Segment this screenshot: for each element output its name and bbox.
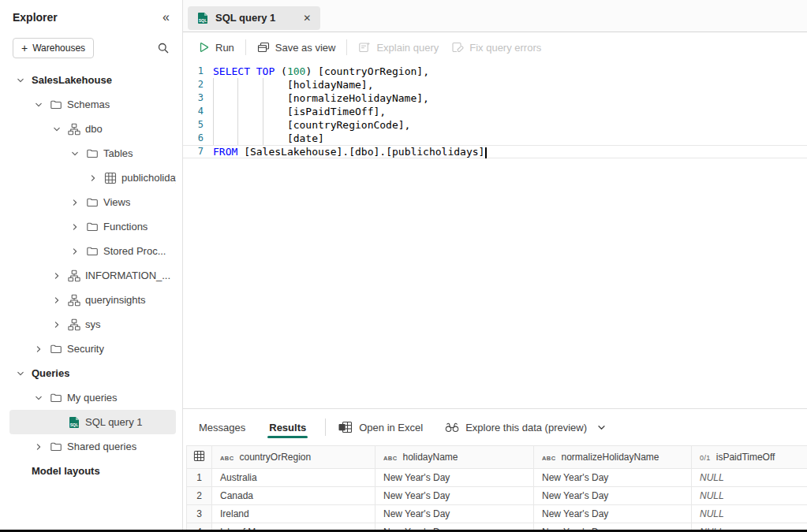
chevron-down-icon[interactable] (14, 76, 27, 85)
search-icon[interactable] (157, 42, 170, 54)
save-as-view-icon (257, 41, 270, 54)
tree-item-queryinsights[interactable]: queryinsights (9, 288, 176, 312)
table-row: 3IrelandNew Year's DayNew Year's DayNULL (187, 505, 807, 523)
table-cell[interactable]: Canada (212, 487, 375, 505)
messages-tab-label: Messages (199, 422, 245, 433)
chevron-right-icon[interactable] (87, 173, 99, 183)
code-line-5[interactable]: 5[countryRegionCode], (183, 118, 807, 132)
plus-icon: + (21, 43, 28, 54)
tree-item-model-layouts[interactable]: Model layouts (9, 459, 176, 483)
chevron-down-icon[interactable] (596, 422, 607, 433)
code-line-4[interactable]: 4[isPaidTimeOff], (183, 105, 807, 118)
sql-file-icon: SQL (197, 12, 208, 24)
tree-item-information[interactable]: INFORMATION_... (9, 263, 176, 288)
tree-item-functions[interactable]: Functions (9, 214, 176, 239)
indent-guide (237, 91, 262, 105)
schema-icon (68, 270, 80, 282)
tree-item-shared-queries[interactable]: Shared queries (9, 434, 176, 459)
table-cell[interactable]: Australia (212, 469, 375, 487)
chevron-down-icon[interactable] (32, 393, 45, 403)
sql-editor[interactable]: 1SELECT TOP (100) [countryOrRegion],2[ho… (183, 62, 807, 408)
indent-guide (237, 78, 262, 91)
column-header-countryOrRegion[interactable]: ABCcountryOrRegion (212, 446, 375, 469)
indent-guide (213, 132, 237, 145)
chevron-right-icon[interactable] (69, 222, 81, 232)
tree-item-tables[interactable]: Tables (9, 141, 176, 166)
chevron-right-icon[interactable] (50, 296, 63, 305)
fix-query-errors-button[interactable]: Fix query errors (448, 41, 544, 54)
table-cell[interactable]: New Year's Day (375, 505, 534, 523)
tree-item-my-queries[interactable]: My queries (9, 385, 176, 410)
save-as-view-button[interactable]: Save as view (254, 41, 339, 54)
tree-item-sql-query-1[interactable]: SQLSQL query 1 (9, 410, 176, 434)
tree-item-dbo[interactable]: dbo (9, 117, 176, 141)
tree-item-queries[interactable]: Queries (9, 361, 176, 385)
row-number[interactable]: 1 (187, 469, 212, 487)
tab-results[interactable]: Results (264, 409, 311, 445)
column-header-isPaidTimeOff[interactable]: 0/1isPaidTimeOff (692, 446, 807, 469)
code-text: [countryRegionCode], (213, 118, 410, 132)
tab-sql-query-1[interactable]: SQL SQL query 1 ✕ (188, 6, 320, 30)
table-cell[interactable]: NULL (692, 505, 807, 523)
chevron-down-icon[interactable] (50, 125, 63, 134)
chevron-down-icon[interactable] (32, 100, 45, 110)
column-header-holidayName[interactable]: ABCholidayName (375, 446, 534, 469)
code-line-3[interactable]: 3[normalizeHolidayName], (183, 91, 807, 105)
tab-messages[interactable]: Messages (194, 409, 250, 445)
code-text: [isPaidTimeOff], (213, 105, 386, 118)
open-in-excel-button[interactable]: X Open in Excel (338, 421, 423, 433)
indent-guide (213, 118, 237, 132)
tree-item-saleslakehouse[interactable]: SalesLakehouse (9, 68, 176, 92)
indent-guide (263, 132, 287, 145)
table-cell[interactable]: NULL (692, 469, 807, 487)
close-tab-icon[interactable]: ✕ (303, 13, 311, 24)
code-line-2[interactable]: 2[holidayName], (183, 78, 807, 91)
tree-item-label: Views (103, 196, 130, 208)
indent-guide (263, 118, 287, 132)
chevron-right-icon[interactable] (50, 320, 63, 329)
add-warehouses-button[interactable]: + Warehouses (13, 38, 94, 58)
toolbar-divider (245, 39, 246, 55)
run-button[interactable]: Run (194, 41, 237, 54)
chevron-right-icon[interactable] (32, 442, 45, 452)
folder-icon (86, 196, 99, 209)
folder-icon (50, 99, 62, 111)
chevron-right-icon[interactable] (69, 247, 81, 256)
table-cell[interactable]: New Year's Day (375, 469, 534, 487)
query-toolbar: Run Save as view Explain query Fix query… (183, 32, 807, 62)
svg-text:SQL: SQL (199, 18, 207, 23)
chevron-down-icon[interactable] (69, 149, 81, 158)
chevron-down-icon[interactable] (14, 369, 27, 378)
table-cell[interactable]: New Year's Day (375, 487, 534, 505)
indent-guide (237, 105, 262, 118)
column-header-normalizeHolidayName[interactable]: ABCnormalizeHolidayName (534, 446, 692, 469)
code-line-6[interactable]: 6[date] (183, 132, 807, 145)
tree-item-stored-proc[interactable]: Stored Proc... (9, 239, 176, 263)
explore-data-button[interactable]: Explore this data (preview) (445, 421, 587, 433)
chevron-right-icon[interactable] (50, 271, 63, 281)
code-text: SELECT TOP (100) [countryOrRegion], (213, 65, 429, 78)
explorer-title: Explorer (13, 11, 58, 24)
table-cell[interactable]: New Year's Day (534, 505, 692, 523)
tree-item-publicholidays[interactable]: publicholidays (9, 166, 176, 190)
row-number[interactable]: 3 (187, 505, 212, 523)
collapse-panel-icon[interactable]: « (163, 11, 170, 24)
sql-query-editor-window: Explorer « + Warehouses SalesLakehouseSc… (0, 0, 807, 532)
code-line-7[interactable]: 7FROM [SalesLakehouse].[dbo].[publicholi… (183, 145, 807, 158)
table-cell[interactable]: New Year's Day (534, 487, 692, 505)
table-cell[interactable]: NULL (692, 487, 807, 505)
tree-item-schemas[interactable]: Schemas (9, 92, 176, 117)
tree-item-sys[interactable]: sys (9, 312, 176, 337)
tree-item-security[interactable]: Security (9, 337, 176, 361)
grid-corner-icon[interactable] (187, 446, 212, 469)
table-cell[interactable]: New Year's Day (534, 469, 692, 487)
tree-item-label: Queries (32, 367, 69, 379)
code-line-1[interactable]: 1SELECT TOP (100) [countryOrRegion], (183, 65, 807, 78)
tree-item-views[interactable]: Views (9, 190, 176, 214)
explain-query-button[interactable]: Explain query (355, 41, 442, 54)
chevron-right-icon[interactable] (32, 344, 45, 354)
row-number[interactable]: 2 (187, 487, 212, 505)
table-cell[interactable]: Ireland (212, 505, 375, 523)
tree-item-label: Functions (103, 221, 148, 233)
chevron-right-icon[interactable] (69, 198, 81, 207)
